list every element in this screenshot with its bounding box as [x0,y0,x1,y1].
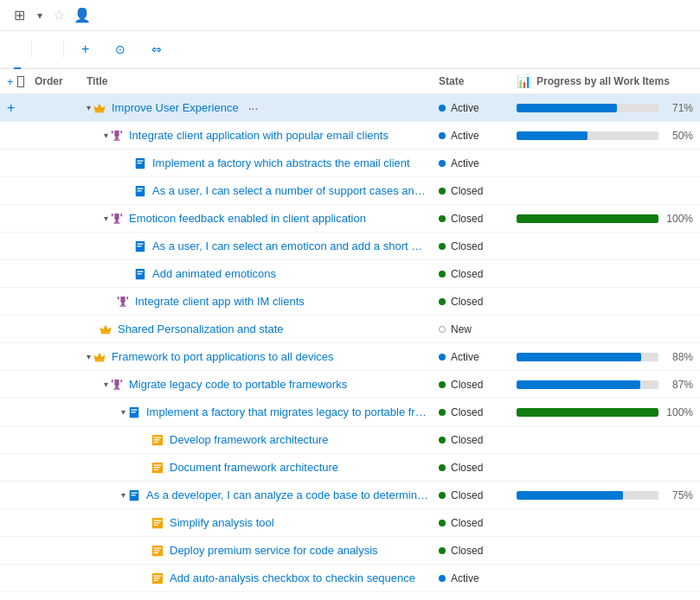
row-state: Closed [432,268,510,280]
row-title-text[interactable]: Migrate legacy code to portable framewor… [129,378,347,391]
columns-icon: ⇔ [151,42,162,56]
row-title-text[interactable]: Emoticon feedback enabled in client appl… [129,212,366,225]
row-title-cell: Integrate client app with IM clients [83,295,432,308]
row-title-text[interactable]: As a user, I can select a number of supp… [152,184,428,197]
row-title-cell: ▾Migrate legacy code to portable framewo… [83,378,432,391]
state-dot [439,243,446,250]
nav-item-analytics[interactable] [35,30,56,68]
th-checkbox[interactable] [17,76,24,87]
view-as-board-button[interactable]: ⊙ [105,30,141,68]
new-work-item-button[interactable]: + [71,30,105,68]
row-more-icon[interactable]: ··· [248,101,259,115]
progress-bar-bg [517,104,658,112]
row-title-text[interactable]: As a developer, I can analyze a code bas… [146,488,428,501]
chevron-down-icon[interactable]: ▾ [37,10,42,22]
row-state: Closed [432,406,510,418]
th-progress: 📊 Progress by all Work Items [510,74,700,88]
svg-rect-4 [120,130,122,133]
row-title-text[interactable]: Shared Personalization and state [118,322,284,335]
state-text: Closed [451,434,483,446]
progress-bar-bg [517,131,658,140]
progress-percent: 50% [664,130,693,142]
state-dot [439,271,446,278]
row-state: Active [432,102,510,114]
row-title-cell: Simplify analysis tool [83,516,432,529]
progress-bar-bg [517,408,658,417]
table-row: ▾Integrate client application with popul… [0,122,700,150]
expand-icon[interactable]: ▾ [121,407,125,417]
trophy-icon [111,213,123,225]
column-options-button[interactable]: ⇔ [141,30,177,68]
row-title-text[interactable]: As a user, I can select an emoticon and … [152,239,428,252]
row-title-text[interactable]: Develop framework architecture [170,433,329,446]
progress-percent: 71% [664,102,693,114]
row-title-cell: ▾Integrate client application with popul… [83,129,432,142]
svg-rect-19 [138,271,144,271]
row-title-cell: Implement a factory which abstracts the … [83,156,432,169]
expand-icon[interactable]: ▾ [104,131,108,140]
row-title-text[interactable]: Integrate client app with IM clients [135,295,305,308]
table-row: Add test suite for automationClosed [0,592,700,600]
row-add-col[interactable]: + [0,100,31,116]
row-title-text[interactable]: Simplify analysis tool [170,516,274,529]
svg-rect-12 [114,222,120,223]
progress-bar-bg [517,353,658,361]
state-text: Closed [451,240,483,252]
expand-icon[interactable]: ▾ [121,490,125,500]
svg-rect-52 [154,552,158,552]
state-dot [439,132,446,139]
svg-rect-44 [132,495,136,495]
row-state: Closed [432,517,510,529]
row-progress: 87% [510,379,700,391]
table-row: ▾Framework to port applications to all d… [0,343,700,371]
row-progress: 71% [510,102,700,114]
row-title-text[interactable]: Document framework architecture [170,461,338,474]
state-text: Active [451,102,479,114]
row-state: Closed [432,545,510,557]
state-text: Closed [451,185,483,197]
progress-percent: 100% [664,213,693,225]
table-row: As a user, I can select a number of supp… [0,177,700,205]
trophy-icon [111,130,123,142]
svg-rect-46 [154,520,162,520]
row-progress: 75% [510,489,700,501]
row-title-text[interactable]: Add animated emoticons [152,267,276,280]
more-options-button[interactable] [672,30,686,68]
row-title-text[interactable]: Add auto-analysis checkbox to checkin se… [170,571,415,584]
expand-icon[interactable]: ▾ [87,352,91,361]
progress-chart-icon: 📊 [517,74,531,88]
row-title-cell: ▾Framework to port applications to all d… [83,350,432,363]
nav-item-backlog[interactable] [14,31,21,69]
expand-icon[interactable]: ▾ [87,103,91,112]
state-dot [439,326,446,333]
row-title-text[interactable]: Framework to port applications to all de… [112,350,334,363]
table-row: Implement a factory which abstracts the … [0,150,700,177]
svg-rect-3 [112,130,113,133]
table-row: Add animated emoticonsClosed [0,260,700,288]
row-title-cell: ▾As a developer, I can analyze a code ba… [83,488,432,501]
th-plus-icon[interactable]: + [7,75,14,88]
state-text: Active [451,157,479,169]
expand-icon[interactable]: ▾ [104,380,108,389]
row-title-text[interactable]: Improve User Experience [112,101,239,114]
row-title-text[interactable]: Implement a factory which abstracts the … [152,156,410,169]
state-text: Closed [451,545,483,557]
state-text: Closed [451,489,483,501]
star-icon[interactable]: ☆ [53,7,65,23]
row-state: Active [432,572,510,584]
state-text: Closed [451,406,483,418]
crown-icon [93,351,106,363]
expand-icon[interactable]: ▾ [104,214,108,223]
state-dot [439,354,446,361]
state-text: Active [451,572,479,584]
state-dot [439,188,446,195]
svg-rect-43 [132,492,138,493]
row-title-text[interactable]: Deploy premium service for code analysis [170,544,378,557]
table-row: Simplify analysis toolClosed [0,509,700,537]
book-icon [134,157,146,169]
th-progress-label: Progress by all Work Items [536,75,670,87]
table-row: Deploy premium service for code analysis… [0,537,700,565]
row-title-text[interactable]: Implement a factory that migrates legacy… [146,405,428,418]
row-title-text[interactable]: Integrate client application with popula… [129,129,389,142]
person-add-icon[interactable]: 👤 [74,7,91,23]
